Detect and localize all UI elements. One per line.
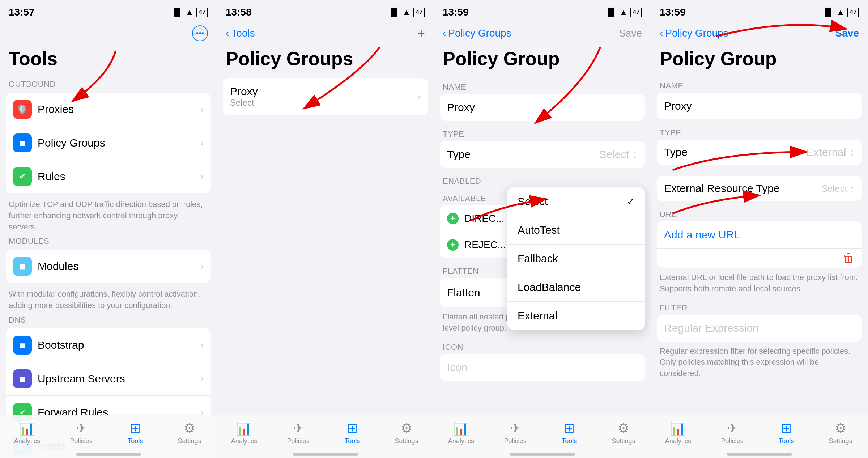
tab-tools-4[interactable]: ⊞ Tools: [760, 419, 814, 452]
home-indicator-1: [76, 453, 141, 456]
wifi-icon-3: ▲: [620, 8, 627, 17]
ellipsis-button-1[interactable]: •••: [192, 25, 208, 41]
tab-analytics-2[interactable]: 📊 Analytics: [217, 419, 271, 452]
name-value-4: Proxy: [664, 100, 855, 112]
back-button-2[interactable]: ‹ Tools: [226, 27, 255, 39]
list-item-modules[interactable]: ◼ Modules ›: [6, 250, 211, 283]
upstream-chevron-icon: ›: [200, 373, 204, 384]
proxies-chevron-icon: ›: [200, 104, 204, 115]
name-field-3[interactable]: Proxy: [440, 94, 645, 121]
section-modules: MODULES: [0, 237, 217, 250]
outbound-desc: Optimize TCP and UDP traffic direction b…: [0, 196, 217, 232]
tab-settings-3[interactable]: ⚙ Settings: [596, 419, 651, 452]
name-section-label-4: NAME: [651, 75, 868, 93]
filter-input-4[interactable]: Regular Expression: [657, 315, 862, 342]
settings-icon-3: ⚙: [618, 421, 629, 436]
proxy-row[interactable]: Proxy Select ›: [223, 78, 428, 115]
list-item-rules[interactable]: ✔ Rules ›: [6, 160, 211, 193]
upstream-label: Upstream Servers: [38, 373, 195, 385]
dropdown-item-fallback[interactable]: Fallback: [507, 245, 645, 273]
filter-section-label-4: FILTER: [651, 297, 868, 315]
outbound-list: 🛡️ Proxies › ◼ Policy Groups › ✔ Rules ›: [6, 93, 211, 193]
list-item-bootstrap[interactable]: ◼ Bootstrap ›: [6, 328, 211, 362]
name-field-4[interactable]: Proxy: [657, 93, 862, 119]
rules-chevron-icon: ›: [200, 171, 204, 182]
list-item-upstream[interactable]: ◼ Upstream Servers ›: [6, 362, 211, 396]
screen1: 13:57 ▐▌ ▲ 47 ••• Tools OUTBOUND 🛡️ Prox…: [0, 0, 217, 458]
modules-list: ◼ Modules ›: [6, 250, 211, 283]
signal-icon-4: ▐▌: [822, 8, 834, 17]
back-button-4[interactable]: ‹ Policy Groups: [660, 27, 728, 39]
type-field-3[interactable]: Type Select ↕: [440, 141, 645, 168]
url-section-4: Add a new URL 🗑: [657, 221, 862, 268]
list-item-policy-groups[interactable]: ◼ Policy Groups ›: [6, 126, 211, 160]
status-time-4: 13:59: [660, 7, 686, 18]
signal-icon: ▐▌: [171, 8, 183, 17]
type-select-3[interactable]: Select ↕: [599, 148, 638, 161]
status-time-2: 13:58: [226, 7, 252, 18]
status-icons-3: ▐▌ ▲ 47: [605, 8, 642, 17]
settings-icon-1: ⚙: [184, 421, 195, 436]
list-item-proxies[interactable]: 🛡️ Proxies ›: [6, 93, 211, 126]
tab-settings-1[interactable]: ⚙ Settings: [162, 419, 217, 452]
tab-tools-2[interactable]: ⊞ Tools: [326, 419, 380, 452]
modules-chevron-icon: ›: [200, 261, 204, 272]
tab-policies-4[interactable]: ✈ Policies: [705, 419, 760, 452]
tab-settings-4[interactable]: ⚙ Settings: [813, 419, 868, 452]
settings-label-4: Settings: [829, 437, 852, 445]
flatten-label-3: Flatten: [447, 287, 480, 299]
tab-analytics-4[interactable]: 📊 Analytics: [651, 419, 705, 452]
modules-label: Modules: [38, 260, 195, 272]
save-button-4[interactable]: Save: [835, 27, 859, 39]
battery-icon-3: 47: [630, 8, 642, 17]
tab-tools-1[interactable]: ⊞ Tools: [109, 419, 163, 452]
analytics-label-2: Analytics: [231, 437, 257, 445]
modules-icon: ◼: [13, 257, 32, 276]
back-chevron-icon-4: ‹: [660, 27, 663, 39]
screen2-content: Proxy Select ›: [217, 75, 434, 458]
dropdown-item-loadbalance[interactable]: LoadBalance: [507, 273, 645, 302]
type-section-label-4: TYPE: [651, 122, 868, 140]
screen2: 13:58 ▐▌ ▲ 47 ‹ Tools + Policy Groups Pr…: [217, 0, 434, 458]
add-url-button-4[interactable]: Add a new URL: [657, 221, 862, 248]
analytics-icon-3: 📊: [453, 421, 469, 436]
page-title-4: Policy Group: [651, 46, 868, 75]
save-button-3[interactable]: Save: [619, 27, 642, 39]
direct-label: DIREC...: [464, 213, 504, 224]
filter-placeholder-4: Regular Expression: [664, 322, 855, 334]
section-outbound: OUTBOUND: [0, 80, 217, 93]
ext-resource-field-4[interactable]: External Resource Type Select ↕: [657, 176, 862, 201]
add-button-2[interactable]: +: [417, 26, 425, 41]
tab-tools-3[interactable]: ⊞ Tools: [542, 419, 597, 452]
battery-icon-4: 47: [847, 8, 859, 17]
home-indicator-4: [727, 453, 792, 456]
dropdown-autotest-label: AutoTest: [518, 224, 560, 236]
settings-icon-4: ⚙: [835, 421, 846, 436]
tab-policies-2[interactable]: ✈ Policies: [271, 419, 326, 452]
type-field-row-4[interactable]: Type External ↕: [657, 140, 862, 165]
tab-policies-1[interactable]: ✈ Policies: [54, 419, 109, 452]
type-label-3: Type: [447, 148, 471, 161]
type-field-value-4[interactable]: External ↕: [807, 146, 855, 158]
filter-desc-4: Regular expression filter for selecting …: [651, 344, 868, 382]
dropdown-item-select[interactable]: Select ✓: [507, 187, 645, 216]
icon-field-3[interactable]: Icon: [440, 354, 645, 381]
dropdown-item-external[interactable]: External: [507, 302, 645, 330]
nav-bar-3: ‹ Policy Groups Save: [434, 22, 651, 46]
type-field-label-4: Type: [664, 146, 688, 158]
delete-url-icon-4[interactable]: 🗑: [657, 248, 862, 268]
tab-analytics-3[interactable]: 📊 Analytics: [434, 419, 488, 452]
type-dropdown-3[interactable]: Select ✓ AutoTest Fallback LoadBalance E…: [507, 187, 645, 330]
ext-resource-select-4[interactable]: Select ↕: [821, 183, 855, 194]
dropdown-item-autotest[interactable]: AutoTest: [507, 216, 645, 245]
tab-settings-2[interactable]: ⚙ Settings: [379, 419, 434, 452]
tab-policies-3[interactable]: ✈ Policies: [488, 419, 542, 452]
settings-icon-2: ⚙: [401, 421, 412, 436]
status-icons-4: ▐▌ ▲ 47: [822, 8, 859, 17]
section-dns: DNS: [0, 315, 217, 328]
back-button-3[interactable]: ‹ Policy Groups: [443, 27, 511, 39]
analytics-icon-4: 📊: [670, 421, 686, 436]
screen3-content: NAME Proxy TYPE Type Select ↕ Select ✓ A…: [434, 75, 651, 458]
dropdown-fallback-label: Fallback: [518, 253, 558, 265]
tab-analytics-1[interactable]: 📊 Analytics: [0, 419, 54, 452]
